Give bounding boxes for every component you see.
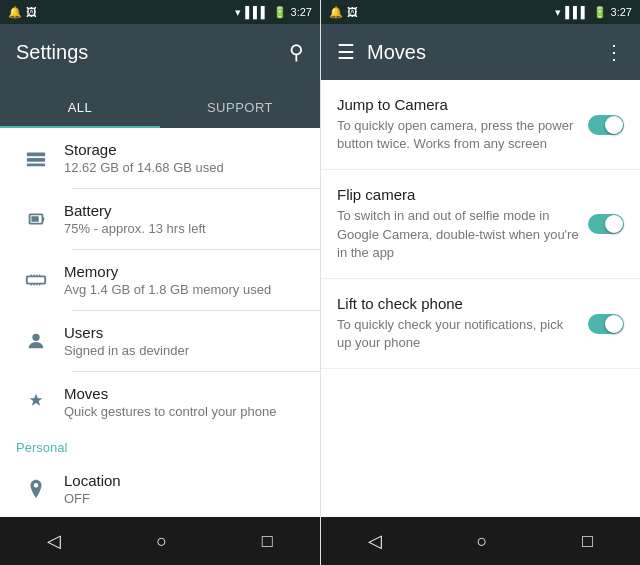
settings-title: Settings <box>16 41 277 64</box>
storage-title: Storage <box>64 141 304 158</box>
lift-phone-content: Lift to check phone To quickly check you… <box>337 295 580 352</box>
jump-camera-desc: To quickly open camera, press the power … <box>337 117 580 153</box>
flip-camera-title: Flip camera <box>337 186 580 203</box>
back-button[interactable]: ◁ <box>31 522 77 560</box>
status-icons-right: ▾ ▌▌▌ 🔋 3:27 <box>235 6 312 19</box>
memory-title: Memory <box>64 263 304 280</box>
battery-subtitle: 75% - approx. 13 hrs left <box>64 221 304 236</box>
status-bar-left: 🔔 🖼 ▾ ▌▌▌ 🔋 3:27 <box>0 0 320 24</box>
left-panel: 🔔 🖼 ▾ ▌▌▌ 🔋 3:27 Settings ⚲ ALL SUPPORT … <box>0 0 320 565</box>
photo-icon-r: 🖼 <box>347 6 358 18</box>
signal-icon-r: ▌▌▌ <box>565 6 588 18</box>
move-item-jump-camera[interactable]: Jump to Camera To quickly open camera, p… <box>321 80 640 170</box>
location-title: Location <box>64 472 304 489</box>
tabs-container: ALL SUPPORT <box>0 80 320 128</box>
personal-section-header: Personal <box>0 432 320 459</box>
memory-icon <box>16 269 56 291</box>
photo-icon: 🖼 <box>26 6 37 18</box>
jump-camera-title: Jump to Camera <box>337 96 580 113</box>
lift-phone-toggle[interactable] <box>588 314 624 334</box>
svg-rect-6 <box>27 276 45 283</box>
list-item-users[interactable]: Users Signed in as devinder <box>0 311 320 371</box>
nav-bar-right: ◁ ○ □ <box>321 517 640 565</box>
lift-phone-title: Lift to check phone <box>337 295 580 312</box>
storage-subtitle: 12.62 GB of 14.68 GB used <box>64 160 304 175</box>
flip-camera-desc: To switch in and out of selfie mode in G… <box>337 207 580 262</box>
settings-toolbar: Settings ⚲ <box>0 24 320 80</box>
back-button-r[interactable]: ◁ <box>352 522 398 560</box>
home-button[interactable]: ○ <box>140 523 183 560</box>
list-item-memory[interactable]: Memory Avg 1.4 GB of 1.8 GB memory used <box>0 250 320 310</box>
battery-title: Battery <box>64 202 304 219</box>
status-bar-right: 🔔 🖼 ▾ ▌▌▌ 🔋 3:27 <box>321 0 640 24</box>
svg-rect-2 <box>27 164 45 167</box>
right-panel: 🔔 🖼 ▾ ▌▌▌ 🔋 3:27 ☰ Moves ⋮ Jump to Camer… <box>320 0 640 565</box>
status-icons-left-r: 🔔 🖼 <box>329 6 358 19</box>
users-subtitle: Signed in as devinder <box>64 343 304 358</box>
status-icons-left: 🔔 🖼 <box>8 6 37 19</box>
time-display-r: 3:27 <box>611 6 632 18</box>
users-content: Users Signed in as devinder <box>64 324 304 358</box>
svg-rect-5 <box>42 217 44 221</box>
battery-icon: 🔋 <box>273 6 287 19</box>
moves-toolbar-title: Moves <box>367 41 592 64</box>
move-item-flip-camera[interactable]: Flip camera To switch in and out of self… <box>321 170 640 279</box>
memory-subtitle: Avg 1.4 GB of 1.8 GB memory used <box>64 282 304 297</box>
tab-all[interactable]: ALL <box>0 88 160 128</box>
wifi-icon: ▾ <box>235 6 241 19</box>
battery-content: Battery 75% - approx. 13 hrs left <box>64 202 304 236</box>
list-item-storage[interactable]: Storage 12.62 GB of 14.68 GB used <box>0 128 320 188</box>
tab-support[interactable]: SUPPORT <box>160 88 320 128</box>
moves-title: Moves <box>64 385 304 402</box>
jump-camera-content: Jump to Camera To quickly open camera, p… <box>337 96 580 153</box>
nav-bar-left: ◁ ○ □ <box>0 517 320 565</box>
hamburger-icon[interactable]: ☰ <box>337 40 355 64</box>
jump-camera-toggle[interactable] <box>588 115 624 135</box>
svg-rect-4 <box>31 216 38 222</box>
battery-list-icon <box>16 208 56 230</box>
time-display: 3:27 <box>291 6 312 18</box>
lift-phone-desc: To quickly check your notifications, pic… <box>337 316 580 352</box>
battery-icon-r: 🔋 <box>593 6 607 19</box>
move-item-lift-phone[interactable]: Lift to check phone To quickly check you… <box>321 279 640 369</box>
storage-content: Storage 12.62 GB of 14.68 GB used <box>64 141 304 175</box>
memory-content: Memory Avg 1.4 GB of 1.8 GB memory used <box>64 263 304 297</box>
list-item-location[interactable]: Location OFF <box>0 459 320 517</box>
flip-camera-toggle[interactable] <box>588 214 624 234</box>
signal-icon: ▌▌▌ <box>245 6 268 18</box>
wifi-icon-r: ▾ <box>555 6 561 19</box>
svg-point-15 <box>32 334 39 341</box>
search-icon[interactable]: ⚲ <box>289 40 304 64</box>
moves-list: Jump to Camera To quickly open camera, p… <box>321 80 640 517</box>
location-content: Location OFF <box>64 472 304 506</box>
list-item-moves[interactable]: Moves Quick gestures to control your pho… <box>0 372 320 432</box>
svg-rect-1 <box>27 158 45 162</box>
notification-icon-r: 🔔 <box>329 6 343 19</box>
status-icons-right-r: ▾ ▌▌▌ 🔋 3:27 <box>555 6 632 19</box>
settings-list: Storage 12.62 GB of 14.68 GB used Batter… <box>0 128 320 517</box>
users-icon <box>16 330 56 352</box>
recent-button-r[interactable]: □ <box>566 523 609 560</box>
notification-icon: 🔔 <box>8 6 22 19</box>
moves-content: Moves Quick gestures to control your pho… <box>64 385 304 419</box>
list-item-battery[interactable]: Battery 75% - approx. 13 hrs left <box>0 189 320 249</box>
recent-button[interactable]: □ <box>246 523 289 560</box>
moves-subtitle: Quick gestures to control your phone <box>64 404 304 419</box>
svg-rect-0 <box>27 153 45 157</box>
more-vert-icon[interactable]: ⋮ <box>604 40 624 64</box>
users-title: Users <box>64 324 304 341</box>
flip-camera-content: Flip camera To switch in and out of self… <box>337 186 580 262</box>
location-icon <box>16 478 56 500</box>
moves-toolbar: ☰ Moves ⋮ <box>321 24 640 80</box>
location-subtitle: OFF <box>64 491 304 506</box>
moves-list-icon <box>16 391 56 413</box>
home-button-r[interactable]: ○ <box>461 523 504 560</box>
storage-icon <box>16 147 56 169</box>
